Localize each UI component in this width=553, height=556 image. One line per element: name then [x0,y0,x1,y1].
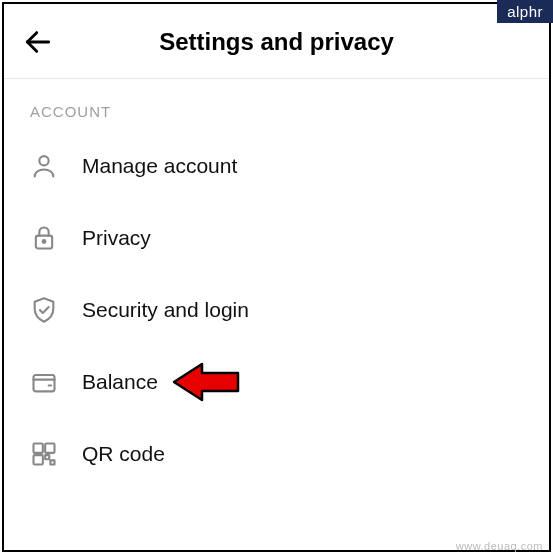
svg-rect-6 [34,444,43,453]
menu-item-privacy[interactable]: Privacy [4,202,549,274]
qr-icon [30,440,58,468]
svg-rect-7 [45,444,54,453]
annotation-arrow-icon [172,358,242,406]
svg-marker-5 [174,364,238,400]
menu-item-label: QR code [82,442,165,466]
svg-rect-10 [50,460,54,464]
menu-item-label: Privacy [82,226,151,250]
menu-item-security[interactable]: Security and login [4,274,549,346]
header: Settings and privacy [4,4,549,78]
watermark: www.deuaq.com [456,540,543,552]
svg-rect-4 [34,375,55,391]
menu-item-label: Security and login [82,298,249,322]
shield-icon [30,296,58,324]
menu-item-label: Balance [82,370,158,394]
wallet-icon [30,368,58,396]
section-label-account: ACCOUNT [4,79,549,130]
menu-item-manage-account[interactable]: Manage account [4,130,549,202]
page-title: Settings and privacy [22,28,531,56]
svg-point-1 [39,156,48,165]
menu-item-balance[interactable]: Balance [4,346,549,418]
menu-item-qr-code[interactable]: QR code [4,418,549,490]
menu-item-label: Manage account [82,154,237,178]
svg-rect-9 [45,455,49,459]
user-icon [30,152,58,180]
menu-list: Manage account Privacy Security and logi… [4,130,549,490]
svg-point-3 [43,240,46,243]
brand-badge: alphr [497,0,553,23]
lock-icon [30,224,58,252]
svg-rect-8 [34,455,43,464]
app-frame: Settings and privacy ACCOUNT Manage acco… [2,2,551,552]
